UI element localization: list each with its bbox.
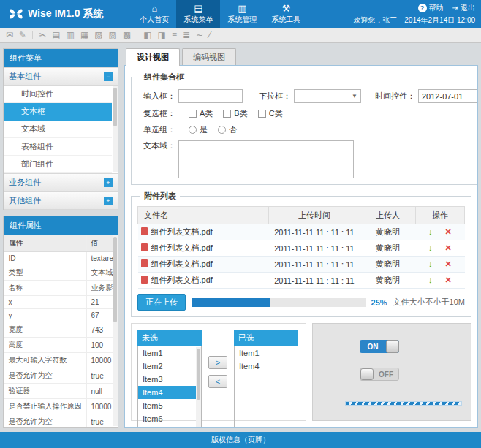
download-icon[interactable]: ↓ (428, 243, 433, 252)
list-item[interactable]: Item5 (138, 399, 196, 412)
accordion-business-components[interactable]: 业务组件 + (4, 173, 118, 191)
sidebar-item-table-component[interactable]: 表格组件 (4, 138, 112, 156)
toggle-knob[interactable] (386, 340, 399, 353)
property-row[interactable]: 名称业务影响分析说明 (4, 281, 118, 296)
property-row[interactable]: y67 (4, 309, 118, 322)
mail-icon[interactable]: ✉ (6, 30, 13, 40)
download-icon[interactable]: ↓ (428, 227, 433, 236)
hatch-right-icon[interactable]: ▨ (109, 30, 117, 40)
list-item[interactable]: Item6 (138, 412, 196, 425)
wave-icon[interactable]: ∼ (196, 30, 203, 40)
property-row[interactable]: 是否允许为空true (4, 414, 118, 428)
header-right: ? 帮助 ⇥ 退出 欢迎您，张三 2014年2月14日 12:00 (353, 0, 481, 28)
delete-icon[interactable]: ✕ (445, 276, 452, 284)
collapse-icon[interactable]: − (104, 72, 113, 81)
list-item[interactable]: Item1 (138, 346, 196, 360)
delete-icon[interactable]: ✕ (445, 259, 452, 268)
cells-icon[interactable]: ▩ (123, 30, 131, 40)
uploading-button[interactable]: 正在上传 (137, 294, 186, 311)
delete-icon[interactable]: ✕ (445, 243, 452, 252)
textarea-field[interactable] (178, 140, 354, 178)
list-item[interactable]: Item1 (235, 346, 298, 360)
nav-item-system-menu[interactable]: ▤ 系统菜单 (176, 0, 220, 28)
group-label-business: 业务组件 (9, 177, 41, 188)
list-item[interactable]: Item7 (138, 425, 196, 428)
toggle-switch-on[interactable]: ON (360, 340, 399, 353)
properties-scrollbar[interactable] (113, 235, 118, 426)
striped-progress-indicator (345, 401, 462, 406)
edit-icon[interactable]: ✎ (19, 30, 26, 40)
nav-item-system-manage[interactable]: ▥ 系统管理 (220, 0, 264, 28)
list-item[interactable]: Item2 (138, 360, 196, 373)
checkbox-class-c[interactable] (258, 110, 266, 118)
split-left-icon[interactable]: ◧ (143, 30, 151, 40)
property-row[interactable]: 高度100 (4, 338, 118, 353)
component-list: 时间控件 文本框 文本域 表格组件 部门组件 (4, 86, 118, 173)
download-icon[interactable]: ↓ (428, 259, 433, 268)
dropdown-select[interactable]: ▼ (294, 89, 361, 103)
delete-icon[interactable]: ✕ (445, 227, 452, 236)
list-icon[interactable]: ≡ (172, 30, 177, 40)
property-row[interactable]: 最大可输入字符数10000 (4, 353, 118, 368)
radio-yes[interactable] (189, 126, 197, 134)
rows-icon[interactable]: ▥ (67, 30, 75, 40)
component-collection-fieldset: 组件集合框 输入框： 下拉框： ▼ 时间控件： 2012-07-01 (131, 72, 478, 185)
logout-button[interactable]: ⇥ 退出 (452, 3, 475, 13)
toggle-switch-off[interactable]: OFF (360, 368, 399, 381)
lines-icon[interactable]: ≣ (183, 30, 190, 40)
checkbox-class-b[interactable] (223, 110, 231, 118)
property-row[interactable]: 验证器null (4, 384, 118, 399)
move-left-button[interactable]: < (208, 375, 227, 388)
property-row[interactable]: IDtextarea_1 (4, 252, 118, 265)
time-label: 时间控件： (370, 91, 415, 102)
tab-design-view[interactable]: 设计视图 (126, 48, 180, 66)
properties-header-name: 属性 (4, 235, 87, 252)
slash-icon[interactable]: ⁄ (209, 30, 211, 40)
group-label-basic: 基本组件 (9, 71, 41, 82)
sidebar-item-textbox[interactable]: 文本框 (4, 103, 112, 121)
checkbox-group-label: 复选框： (137, 108, 175, 119)
property-row[interactable]: x21 (4, 296, 118, 309)
toggle-knob[interactable] (360, 368, 374, 380)
attachment-time: 2011-11-11 11 : 11 : 11 (268, 240, 360, 257)
property-row[interactable]: 是否允许为空true (4, 368, 118, 384)
help-button[interactable]: ? 帮助 (418, 3, 444, 13)
component-list-scrollbar[interactable] (113, 86, 118, 172)
property-row[interactable]: 类型文本域组件 (4, 265, 118, 281)
table-icon[interactable]: ▤ (52, 30, 60, 40)
move-right-button[interactable]: > (208, 356, 227, 369)
hatch-left-icon[interactable]: ▧ (94, 30, 102, 40)
split-right-icon[interactable]: ◨ (158, 30, 166, 40)
list-item-selected[interactable]: Item4 (138, 386, 196, 399)
date-input[interactable]: 2012-07-01 (418, 89, 478, 103)
attachment-table: 文件名 上传时间 上传人 操作 组件列表文档.pdf 2011-11-11 11… (137, 206, 465, 289)
attachment-list-legend: 附件列表 (140, 191, 180, 202)
attachment-row[interactable]: 组件列表文档.pdf 2011-11-11 11 : 11 : 11 黄晓明 ↓… (138, 273, 465, 289)
checkbox-class-a[interactable] (189, 110, 197, 118)
sidebar-item-time-control[interactable]: 时间控件 (4, 86, 112, 103)
datetime-text: 2014年2月14日 12:00 (404, 15, 475, 26)
grid-icon[interactable]: ▦ (80, 30, 88, 40)
attachment-row[interactable]: 组件列表文档.pdf 2011-11-11 11 : 11 : 11 黄晓明 ↓… (138, 240, 465, 257)
download-icon[interactable]: ↓ (428, 276, 433, 284)
property-row[interactable]: 是否禁止输入操作原因10000 (4, 399, 118, 414)
list-item[interactable]: Item4 (235, 360, 298, 373)
attachment-row[interactable]: 组件列表文档.pdf 2011-11-11 11 : 11 : 11 黄晓明 ↓… (138, 224, 465, 240)
nav-item-home[interactable]: ⌂ 个人首页 (132, 0, 176, 28)
unselected-list-scrollbar[interactable] (196, 347, 201, 428)
list-item[interactable]: Item3 (138, 373, 196, 386)
attachment-row[interactable]: 组件列表文档.pdf 2011-11-11 11 : 11 : 11 黄晓明 ↓… (138, 257, 465, 273)
expand-icon[interactable]: + (104, 178, 113, 187)
sidebar-item-department-component[interactable]: 部门组件 (4, 156, 112, 173)
nav-item-system-tools[interactable]: ⚒ 系统工具 (264, 0, 308, 28)
text-input[interactable] (178, 89, 243, 103)
tab-code-view[interactable]: 编码视图 (182, 48, 236, 65)
expand-icon[interactable]: + (104, 197, 113, 205)
accordion-other-components[interactable]: 其他组件 + (4, 191, 118, 210)
operation-separator (439, 259, 439, 267)
cut-icon[interactable]: ✂ (39, 30, 46, 40)
property-row[interactable]: 宽度743 (4, 322, 118, 338)
accordion-basic-components[interactable]: 基本组件 − (4, 67, 118, 86)
radio-no[interactable] (218, 126, 226, 134)
sidebar-item-textarea[interactable]: 文本域 (4, 121, 112, 138)
